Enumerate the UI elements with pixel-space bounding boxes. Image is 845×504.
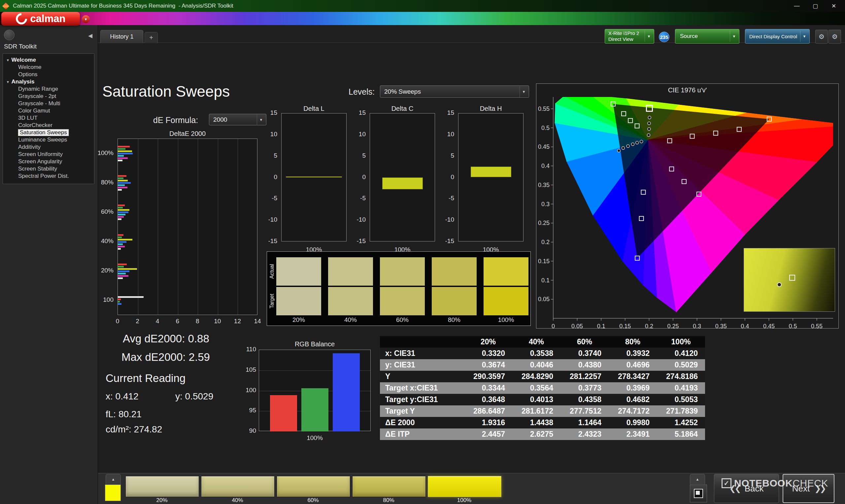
current-cd-value: cd/m²: 274.82 — [106, 424, 162, 435]
patch-popout-tab[interactable]: ▲ — [106, 474, 121, 484]
table-cell: 290.3597 — [464, 371, 512, 382]
gridline — [178, 139, 178, 315]
sidebar-item-screen-uniformity[interactable]: Screen Uniformity — [3, 151, 94, 158]
de-formula-select[interactable]: 2000 ▼ — [209, 114, 266, 125]
deltae-bar-blue — [118, 212, 128, 213]
table-cell: 5.1864 — [657, 429, 705, 440]
table-cell: 0.5053 — [657, 394, 705, 406]
display-control-dropdown[interactable]: Direct Display Control ▼ — [745, 29, 810, 43]
settings-gear-button[interactable]: ⚙ — [815, 30, 828, 43]
current-y-value: y: 0.5029 — [175, 391, 213, 402]
maximize-button[interactable]: ▢ — [806, 0, 825, 12]
sidebar-item-saturation-sweeps[interactable]: Saturation Sweeps — [3, 129, 94, 136]
sidebar-item-additivity[interactable]: Additivity — [3, 143, 94, 151]
svg-text:0.25: 0.25 — [538, 220, 550, 226]
deltae-bar-white — [118, 160, 122, 161]
add-tab-button[interactable]: + — [145, 32, 158, 43]
back-button[interactable]: ❮❮ Back — [714, 474, 779, 503]
patch-window-button[interactable] — [690, 485, 707, 502]
sidebar-item-grayscale-2pt[interactable]: Grayscale - 2pt — [3, 93, 94, 100]
deltae-bar-green — [118, 178, 123, 179]
nav-popout-tab[interactable]: ▲ — [690, 474, 705, 484]
expand-arrow-icon: ▾ — [7, 58, 9, 62]
logo-menu-button[interactable]: ▼ — [82, 15, 90, 23]
axis-tick-label: 5 — [350, 152, 366, 159]
meter-dropdown[interactable]: X-Rite i1Pro 2 Direct View ▼ — [605, 29, 654, 43]
sidebar-item-screen-angularity[interactable]: Screen Angularity — [3, 158, 94, 165]
delta_h-bar — [471, 166, 511, 177]
sidebar-item-grayscale-multi[interactable]: Grayscale - Multi — [3, 100, 94, 107]
gridline — [237, 139, 238, 315]
patch-swatch-80[interactable] — [352, 476, 426, 497]
actual-patch-100 — [483, 257, 528, 286]
patch-swatch-40[interactable] — [201, 476, 275, 497]
patch-swatch-20[interactable] — [125, 476, 199, 497]
calman-logo[interactable]: calman — [1, 12, 80, 26]
rgb-bar-red — [270, 395, 297, 431]
deltae-bar-green — [118, 301, 120, 303]
axis-tick-label: 20% — [96, 267, 113, 274]
table-cell: 1.1464 — [561, 417, 609, 429]
sidebar-item-color-gamut[interactable]: Color Gamut — [3, 107, 94, 114]
tree-section-welcome[interactable]: ▾Welcome — [3, 56, 94, 64]
tree-section-label: Welcome — [12, 57, 36, 63]
collapse-sidebar-icon[interactable]: ◀ — [88, 32, 92, 39]
svg-text:0.45: 0.45 — [763, 323, 775, 328]
table-cell: 274.8186 — [657, 371, 705, 382]
cie-diagram-panel: CIE 1976 u'v' 00.050.10.150.20.250.30.35… — [536, 84, 839, 328]
minimize-button[interactable]: — — [788, 0, 806, 12]
tree-item-label: Saturation Sweeps — [18, 129, 69, 136]
chevrons-right-icon: ❯❯ — [814, 484, 825, 493]
gridline — [198, 139, 198, 315]
nav-circle-button[interactable] — [4, 30, 15, 40]
axis-tick-label: 0 — [350, 174, 366, 181]
axis-tick-label: 5 — [261, 152, 277, 159]
tree-item-label: Color Gamut — [18, 108, 50, 114]
target-patch-60 — [380, 287, 425, 315]
close-button[interactable]: ✕ — [825, 0, 843, 12]
tree-section-analysis[interactable]: ▾Analysis — [3, 78, 94, 86]
preferences-gear-button[interactable]: ⚙ — [828, 30, 841, 43]
calman-logo-text: calman — [30, 13, 66, 25]
toolkit-title: SDR Toolkit — [4, 43, 37, 50]
tree-item-label: Dynamic Range — [18, 86, 58, 92]
axis-tick-label: 10 — [350, 131, 366, 138]
axis-tick-label: 8 — [191, 318, 204, 325]
table-row-label: x: CIE31 — [380, 348, 464, 359]
tab-history-1[interactable]: History 1 — [100, 30, 143, 43]
sidebar-item-colorchecker[interactable]: ColorChecker — [3, 122, 94, 129]
patch-swatch-60[interactable] — [277, 476, 350, 497]
tree-item-label: Luminance Sweeps — [18, 137, 67, 143]
sidebar-item-spectral-power-dist[interactable]: Spectral Power Dist. — [3, 173, 94, 180]
rgb-balance-chart: RGB Balance1101051009590100% — [245, 339, 374, 438]
sidebar-item-screen-stability[interactable]: Screen Stability — [3, 165, 94, 173]
patch-swatch-label: 20% — [125, 497, 198, 504]
levels-select[interactable]: 20% Sweeps ▼ — [380, 86, 529, 97]
patch-swatch-100[interactable] — [428, 476, 501, 497]
page-title: Saturation Sweeps — [102, 83, 230, 100]
deltae-bar-blue — [118, 182, 131, 184]
table-row-label: Target y:CIE31 — [380, 394, 464, 406]
axis-tick-label: 0 — [111, 318, 124, 325]
source-dropdown[interactable]: Source ▼ — [675, 29, 739, 43]
sidebar-item-options[interactable]: Options — [3, 71, 94, 78]
target-patch-20 — [276, 287, 321, 315]
svg-text:0.45: 0.45 — [538, 143, 550, 150]
svg-text:0.2: 0.2 — [645, 323, 653, 328]
target-patch-40 — [328, 287, 373, 315]
table-cell: 278.3427 — [609, 371, 657, 382]
tree-item-label: Additivity — [18, 144, 40, 150]
target-patch-80 — [432, 287, 477, 315]
sidebar-item-welcome[interactable]: Welcome — [3, 64, 94, 71]
sidebar-item-3d-lut[interactable]: 3D LUT — [3, 114, 94, 122]
sidebar-item-luminance-sweeps[interactable]: Luminance Sweeps — [3, 136, 94, 143]
chart-title: Delta C — [370, 105, 435, 112]
deltae-bar-white — [118, 248, 121, 250]
axis-tick-label: 95 — [245, 407, 256, 414]
source-label: Source — [680, 33, 698, 40]
sidebar-item-dynamic-range[interactable]: Dynamic Range — [3, 86, 94, 93]
deltae-bar-red — [118, 204, 125, 206]
table-cell: 0.3648 — [464, 394, 512, 406]
svg-text:0.1: 0.1 — [597, 323, 605, 328]
next-button[interactable]: Next ❯❯ — [782, 474, 834, 503]
